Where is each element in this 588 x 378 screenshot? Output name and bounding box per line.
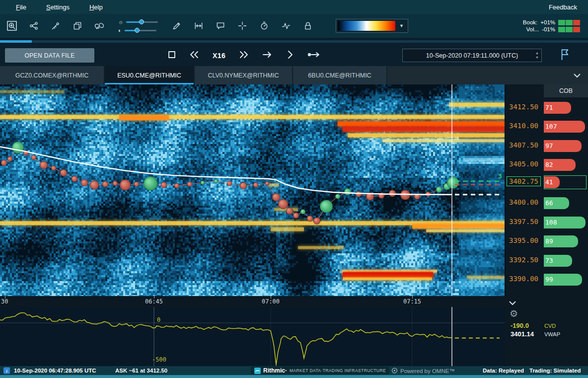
omne-icon <box>391 368 398 374</box>
colormap-gradient <box>338 21 395 31</box>
gear-icon[interactable]: ⚙ <box>510 308 518 319</box>
book-indicator: Book: +01% <box>523 19 580 25</box>
cob-value: 99 <box>545 275 553 285</box>
price-axis[interactable]: 3412.503410.003407.503405.003402.753400.… <box>505 84 544 296</box>
axis-right-strip <box>505 296 588 307</box>
price-label: 3407.50 <box>509 141 538 149</box>
speed-label[interactable]: X16 <box>213 52 225 60</box>
colormap-select[interactable]: ▼ <box>336 19 408 33</box>
cob-value: 82 <box>545 160 553 170</box>
heatmap-chart-canvas[interactable] <box>0 84 505 296</box>
cob-header: COB <box>544 84 588 97</box>
zoom-select-icon[interactable] <box>4 17 20 34</box>
price-label: 3412.50 <box>509 103 538 111</box>
rithmic-logo: Rithmic· Market Data·Trading Infrastruct… <box>251 367 389 375</box>
contrast-icon: ◐ <box>118 27 122 33</box>
crosshair-icon[interactable] <box>234 17 250 34</box>
play-button[interactable] <box>287 50 294 61</box>
vol-indicator: Vol... -01% <box>523 26 580 32</box>
step-record-button[interactable] <box>307 51 320 61</box>
bookmap-window: File Settings Help Feedback ☼ <box>0 0 588 378</box>
heatmap-status-block: Book: +01% Vol... -01% <box>523 19 580 32</box>
rithmic-tagline: Market Data·Trading Infrastructure <box>290 368 386 373</box>
share-icon[interactable] <box>26 17 42 34</box>
price-label: 3392.50 <box>509 256 538 264</box>
cob-value: 71 <box>545 103 553 113</box>
price-label: 3390.00 <box>509 275 538 283</box>
column-width-icon[interactable] <box>191 17 207 34</box>
menu-settings[interactable]: Settings <box>46 3 70 11</box>
tab-gcz0[interactable]: GCZ0.COMEX@RITHMIC <box>0 66 105 84</box>
contrast-slider[interactable] <box>125 27 156 33</box>
brightness-icon: ☼ <box>118 19 123 25</box>
timer-icon[interactable] <box>256 17 272 34</box>
replay-progress-fill <box>0 40 32 43</box>
rithmic-icon <box>254 368 261 374</box>
cob-value: 73 <box>545 256 553 266</box>
status-square <box>573 20 580 25</box>
datetime-spinner[interactable]: ▲▼ <box>535 51 539 60</box>
price-label: 3395.00 <box>509 236 538 244</box>
info-icon[interactable]: i <box>3 368 10 374</box>
cob-value: 108 <box>545 218 557 227</box>
status-bar: i 10-Sep-2020 06:47:28.905 UTC ASK ~61 a… <box>0 366 588 375</box>
collapse-subchart-button[interactable] <box>509 299 516 307</box>
time-tick-label: 07:15 <box>403 298 421 305</box>
brightness-slider[interactable] <box>126 19 158 25</box>
price-label-current: 3402.75 <box>507 176 541 186</box>
heatmap-adjust-sliders: ☼ ◐ <box>118 19 158 33</box>
replay-clock: 10-Sep-2020 06:47:28.905 UTC <box>14 368 96 374</box>
datetime-value: 10-Sep-2020 07:19:11.000 (UTC) <box>426 52 518 59</box>
skip-forward-icon[interactable] <box>262 51 273 61</box>
price-label: 3397.50 <box>509 218 538 226</box>
stop-button[interactable] <box>168 51 176 61</box>
time-tick-label: 30 <box>1 298 8 305</box>
cvd-value: -190.0 <box>511 322 542 329</box>
vol-value: -01% <box>542 26 555 32</box>
vwap-readout: 3401.14 VWAP <box>511 330 560 338</box>
cvd-label: CVD <box>544 323 556 329</box>
datetime-input[interactable]: 10-Sep-2020 07:19:11.000 (UTC) ▲▼ <box>402 49 542 62</box>
cob-value: 107 <box>545 122 557 132</box>
menu-file[interactable]: File <box>16 3 26 11</box>
vwap-label: VWAP <box>544 331 560 337</box>
rithmic-name: Rithmic· <box>263 367 287 374</box>
menubar: File Settings Help Feedback <box>0 0 588 14</box>
replay-progress[interactable] <box>0 38 588 45</box>
data-mode: Data: Replayed <box>483 368 524 374</box>
time-axis[interactable]: 3006:4507:0007:15 <box>0 296 505 307</box>
instrument-tabs: GCZ0.COMEX@RITHMIC ESU0.CME@RITHMIC CLV0… <box>0 66 588 84</box>
subchart-area: 0 -500 ⚙ -190.0 CVD 3401.14 VWAP <box>0 307 588 366</box>
drawing-tool-icon[interactable] <box>48 17 64 34</box>
tab-esu0-active[interactable]: ESU0.CME@RITHMIC <box>105 66 195 84</box>
subchart-min-label: -500 <box>152 356 166 363</box>
open-data-file-button[interactable]: OPEN DATA FILE <box>5 48 94 63</box>
subchart-zero-label: 0 <box>157 316 160 323</box>
volume-pulse-icon[interactable] <box>278 17 294 34</box>
flag-button[interactable] <box>559 48 572 64</box>
fast-forward-button[interactable] <box>239 51 249 61</box>
cvd-readout: -190.0 CVD <box>511 322 556 329</box>
cob-panel: 7110797824166108897399 COB <box>544 84 588 296</box>
comment-icon[interactable] <box>213 17 228 34</box>
cob-value: 66 <box>545 198 553 208</box>
tabs-overflow-chevron[interactable] <box>566 66 588 84</box>
book-label: Book: <box>523 19 537 25</box>
cob-value: 41 <box>545 177 553 187</box>
book-value: +01% <box>540 19 555 25</box>
tab-clv0[interactable]: CLV0.NYMEX@RITHMIC <box>195 66 293 84</box>
status-square <box>566 20 573 25</box>
cvd-subchart-canvas[interactable] <box>0 307 505 366</box>
rewind-button[interactable] <box>189 51 199 61</box>
lock-icon[interactable] <box>300 17 316 34</box>
ask-quote: ASK ~61 at 3412.50 <box>115 368 167 374</box>
vwap-value: 3401.14 <box>511 330 542 338</box>
duplicate-icon[interactable] <box>70 17 85 34</box>
pencil-icon[interactable] <box>169 17 185 34</box>
tab-6bu0[interactable]: 6BU0.CME@RITHMIC <box>293 66 387 84</box>
menu-feedback[interactable]: Feedback <box>549 3 577 11</box>
menu-help[interactable]: Help <box>89 3 103 11</box>
link-icon[interactable] <box>91 17 107 34</box>
playback-bar: OPEN DATA FILE X16 10-Sep-2020 07:19:11.… <box>0 45 588 66</box>
price-label: 3405.00 <box>509 160 538 168</box>
